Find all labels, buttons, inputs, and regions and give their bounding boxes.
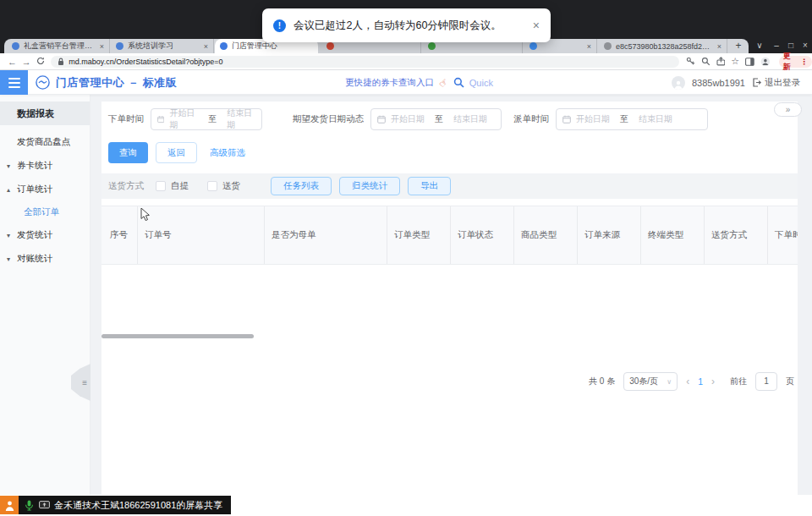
column-header-goods-type[interactable]: 商品类型	[514, 206, 578, 264]
chevron-up-icon: ▴	[7, 186, 10, 194]
delivery-toolbar: 送货方式 自提 送货 任务列表 归类统计 导出	[102, 173, 798, 199]
address-bar[interactable]: md.maboy.cn/OrderStatisticsDetail?objtyp…	[51, 56, 679, 68]
screen-share-bar: 金禾通技术王斌18662591081的屏幕共享	[0, 496, 231, 514]
column-header-index[interactable]: 序号	[102, 206, 138, 264]
forward-icon[interactable]: →	[19, 57, 34, 67]
tab-search-chevron-icon[interactable]: ∨	[753, 38, 766, 53]
export-button[interactable]: 导出	[408, 177, 451, 195]
prev-page-button[interactable]: ‹	[686, 376, 689, 387]
sidebar-item-all-orders-active[interactable]: 全部订单	[0, 201, 90, 223]
column-header-is-parent-order[interactable]: 是否为母单	[265, 206, 387, 264]
checkbox-delivery[interactable]: 送货	[207, 180, 240, 192]
sidebar-item-reconciliation-stats[interactable]: ▾ 对账统计	[0, 247, 90, 271]
page-size-select[interactable]: 30条/页 ∨	[623, 372, 678, 391]
goto-page-input[interactable]: 1	[755, 372, 777, 391]
column-header-order-source[interactable]: 订单来源	[578, 206, 641, 264]
range-separator: 至	[620, 113, 628, 125]
browser-tab-gift-platform[interactable]: 礼盒营销平台管理中心 ×	[7, 39, 110, 53]
expected-ship-date-range-input[interactable]: 开始日期 至 结束日期	[370, 108, 502, 130]
sidebar-collapse-handle[interactable]: ≡	[71, 364, 91, 401]
profile-avatar-icon[interactable]	[760, 57, 771, 67]
bookmark-star-icon[interactable]: ☆	[731, 57, 739, 66]
main-area: 数据报表 发货商品盘点 ▾ 券卡统计 ▴ 订单统计 全部订单 ▾ 发货统计 ▾ …	[0, 95, 812, 495]
zoom-icon[interactable]	[701, 57, 710, 66]
tab-title: 系统培训学习	[128, 41, 199, 52]
horizontal-scrollbar-thumb[interactable]	[102, 334, 254, 338]
sidebar-section-data-reports[interactable]: 数据报表	[0, 102, 90, 125]
more-filters-button[interactable]: »	[774, 102, 802, 117]
checkbox-icon[interactable]	[207, 181, 217, 191]
start-date-placeholder: 开始日期	[391, 113, 425, 125]
sidebar-toggle-button[interactable]	[0, 70, 28, 95]
key-icon[interactable]	[686, 57, 695, 66]
tab-close-icon[interactable]: ×	[204, 42, 208, 51]
tab-favicon	[12, 42, 19, 50]
reload-icon[interactable]	[34, 57, 48, 67]
column-header-order-type[interactable]: 订单类型	[387, 206, 451, 264]
current-page-number[interactable]: 1	[698, 376, 703, 387]
browser-tab-hex[interactable]: e8c573980b1328a258fd2e6… ×	[599, 39, 727, 53]
column-header-order-no[interactable]: 订单号	[138, 206, 265, 264]
sidebar-item-order-stats[interactable]: ▴ 订单统计	[0, 178, 90, 201]
browser-tab-training[interactable]: 系统培训学习 ×	[111, 39, 214, 53]
column-header-delivery-method[interactable]: 送货方式	[705, 206, 768, 264]
window-minimize-button[interactable]: –	[770, 38, 783, 53]
end-date-placeholder: 结束日期	[639, 113, 672, 125]
toast-close-icon[interactable]: ×	[533, 19, 540, 32]
sidebar-item-shipment-stats[interactable]: ▾ 发货统计	[0, 223, 90, 247]
table-header-row: 序号 订单号 是否为母单 订单类型 订单状态 商品类型 订单来源 终端类型 送货…	[102, 206, 798, 265]
sidebar-nav: 数据报表 发货商品盘点 ▾ 券卡统计 ▴ 订单统计 全部订单 ▾ 发货统计 ▾ …	[0, 95, 91, 495]
table-empty-body	[102, 265, 798, 334]
filter-label-order-time: 下单时间	[108, 113, 144, 125]
user-avatar[interactable]	[672, 76, 685, 90]
column-header-order-status[interactable]: 订单状态	[451, 206, 514, 264]
action-button-row: 查询 返回 高级筛选	[108, 142, 798, 163]
range-separator: 至	[208, 113, 217, 125]
chrome-update-button[interactable]: 更新 ⋮	[779, 56, 812, 68]
window-close-button[interactable]: ×	[798, 38, 812, 53]
advanced-filter-link[interactable]: 高级筛选	[210, 147, 245, 159]
toast-message: 会议已超过2人，自动转为60分钟限时会议。	[294, 19, 502, 33]
tab-title: e8c573980b1328a258fd2e6…	[616, 42, 712, 51]
tab-favicon	[529, 42, 537, 50]
content-card: » 下单时间 开始日期 至 结束日期 期望发货日期动态 开始日期 至 结束日期 …	[102, 102, 798, 495]
tab-favicon	[326, 42, 334, 50]
filter-label-dispatch-time: 派单时间	[513, 113, 549, 125]
tab-close-icon[interactable]: ×	[587, 42, 591, 51]
start-date-placeholder: 开始日期	[576, 113, 610, 125]
order-time-range-input[interactable]: 开始日期 至 结束日期	[151, 108, 262, 130]
task-list-button[interactable]: 任务列表	[271, 177, 332, 195]
dispatch-time-range-input[interactable]: 开始日期 至 结束日期	[556, 108, 708, 130]
tab-title: 礼盒营销平台管理中心	[24, 41, 95, 52]
chevron-down-icon: ▾	[7, 232, 10, 239]
column-header-terminal-type[interactable]: 终端类型	[641, 206, 705, 264]
quick-entry-link[interactable]: 更快捷的券卡查询入口	[345, 77, 434, 89]
app-header: 门店管理中心 － 标准版 更快捷的券卡查询入口 ☞ Quick 8385wb19…	[0, 70, 812, 95]
logout-button[interactable]: 退出登录	[752, 77, 800, 89]
presenter-icon	[0, 496, 19, 514]
side-panel-icon[interactable]	[745, 58, 754, 66]
tab-close-icon[interactable]: ×	[717, 42, 721, 51]
screen-share-icon	[39, 501, 50, 510]
chevron-down-icon: ∨	[667, 378, 672, 386]
column-header-order-time[interactable]: 下单时间	[768, 206, 798, 264]
info-icon: !	[273, 19, 286, 32]
tab-close-icon[interactable]: ×	[100, 42, 104, 51]
browser-menu-icon: ⋮	[800, 58, 808, 66]
next-page-button[interactable]: ›	[711, 376, 715, 387]
quick-search-icon[interactable]	[453, 77, 464, 88]
query-button[interactable]: 查询	[108, 142, 148, 163]
sidebar-item-coupon-stats[interactable]: ▾ 券卡统计	[0, 154, 90, 178]
checkbox-icon[interactable]	[156, 181, 166, 191]
back-button[interactable]: 返回	[156, 142, 197, 163]
back-icon[interactable]: ←	[5, 57, 19, 67]
sidebar-item-shipment-goods-count[interactable]: 发货商品盘点	[0, 130, 90, 154]
new-tab-button[interactable]: +	[732, 41, 744, 52]
handle-menu-icon: ≡	[82, 378, 87, 387]
browser-toolbar: ← → md.maboy.cn/OrderStatisticsDetail?ob…	[0, 53, 812, 70]
category-stats-button[interactable]: 归类统计	[339, 177, 400, 195]
pagination-bar: 共 0 条 30条/页 ∨ ‹ 1 › 前往 1 页	[102, 372, 798, 391]
quick-label[interactable]: Quick	[469, 78, 493, 88]
share-icon[interactable]	[716, 57, 726, 66]
checkbox-self-pickup[interactable]: 自提	[156, 180, 189, 192]
